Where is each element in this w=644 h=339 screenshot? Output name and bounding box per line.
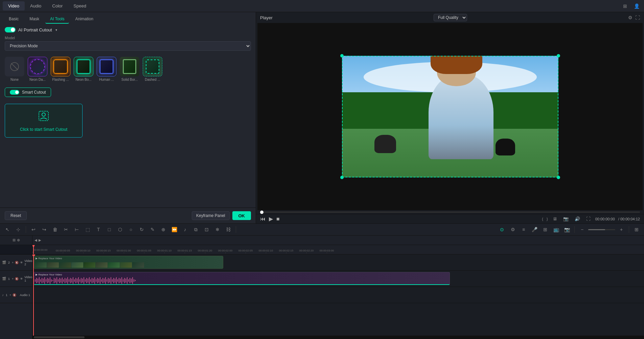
volume-tool[interactable]: ♪ [180, 225, 190, 234]
h-scrollbar-thumb[interactable] [34, 336, 85, 338]
split-tool[interactable]: ⊢ [72, 225, 82, 234]
copy-tool[interactable]: ⧉ [191, 225, 201, 234]
add-track-icon[interactable]: ⊞ [13, 238, 16, 242]
tab-color[interactable]: Color [47, 1, 68, 10]
text-tool[interactable]: T [94, 225, 103, 234]
track-row-audio1 [32, 287, 644, 303]
video-background [342, 56, 558, 177]
effect-none[interactable]: None [5, 57, 24, 81]
track-settings-icon[interactable]: ⊕ [17, 238, 20, 242]
handle-top-right[interactable] [557, 54, 560, 57]
tab-ai-tools[interactable]: AI Tools [45, 15, 69, 24]
video1-mute-icon[interactable]: 🔇 [15, 277, 19, 281]
camera-icon[interactable]: 📷 [562, 225, 572, 234]
shape-tool[interactable]: ⬡ [115, 225, 125, 234]
track-row-video2: ▶ Replace Your Video [32, 255, 644, 271]
cut-tool[interactable]: ✂ [61, 225, 71, 234]
svg-rect-69 [123, 279, 123, 282]
box-tool[interactable]: □ [105, 225, 114, 234]
delete-tool[interactable]: 🗑 [50, 225, 60, 234]
handle-top-left[interactable] [340, 54, 344, 57]
video2-mute-icon[interactable]: 🔇 [15, 261, 19, 264]
tab-speed[interactable]: Speed [68, 1, 92, 10]
effect-neon-border[interactable]: Neon Bo... [74, 57, 93, 81]
layers-icon[interactable]: ≡ [519, 225, 528, 234]
clip-video2[interactable]: ▶ Replace Your Video [34, 256, 223, 269]
screen-record-icon[interactable]: 📺 [551, 225, 561, 234]
audio1-add-icon[interactable]: + [9, 293, 11, 297]
svg-rect-42 [86, 278, 87, 283]
keyframe-right-icon[interactable]: } [547, 217, 548, 221]
tab-audio[interactable]: Audio [25, 1, 47, 10]
settings-icon[interactable]: ⚙ [508, 225, 518, 234]
pen-tool[interactable]: ✎ [148, 225, 157, 234]
fullscreen-player-icon[interactable]: ⛶ [586, 216, 591, 221]
tick-9: 00:00:02:00 [218, 249, 232, 252]
cursor-tool[interactable]: ↖ [3, 225, 12, 234]
play-button[interactable]: ▶ [269, 216, 273, 222]
rotate-tool[interactable]: ↻ [137, 225, 146, 234]
player-expand-icon[interactable]: ⛶ [635, 15, 640, 20]
top-tabs-bar: Video Audio Color Speed ⊞ 👤 [0, 0, 644, 12]
grid-icon[interactable]: ⊞ [632, 225, 641, 234]
track-toggle-icon[interactable]: ⊙ [497, 225, 507, 234]
select-tool[interactable]: ⊹ [14, 225, 23, 234]
tab-mask[interactable]: Mask [25, 15, 44, 24]
prev-frame-button[interactable]: ⏮ [260, 216, 266, 222]
smart-cutout-toggle-btn[interactable]: Smart Cutout [5, 88, 51, 97]
monitor-icon[interactable]: 🖥 [553, 216, 557, 221]
redo-tool[interactable]: ↪ [40, 225, 49, 234]
undo-tool[interactable]: ↩ [29, 225, 38, 234]
h-scrollbar[interactable] [32, 336, 644, 339]
reset-button[interactable]: Reset [5, 211, 27, 220]
keyframe-panel-button[interactable]: Keyframe Panel [192, 211, 229, 220]
timeline-icon-1[interactable]: ◀ [34, 238, 37, 242]
account-icon[interactable]: 👤 [632, 1, 641, 11]
ok-button[interactable]: OK [232, 211, 251, 220]
mic-icon[interactable]: 🎤 [530, 225, 539, 234]
stop-button[interactable]: ■ [276, 216, 280, 222]
svg-rect-78 [135, 280, 136, 281]
effect-neon-dash[interactable]: Neon Da... [28, 57, 47, 81]
zoom-slider[interactable] [588, 229, 615, 230]
effect-human[interactable]: Human ... [97, 57, 116, 81]
ai-portrait-toggle[interactable] [5, 27, 16, 32]
volume-icon[interactable]: 🔊 [575, 216, 580, 221]
effect-dashed[interactable]: Dashed ... [143, 57, 162, 81]
tab-basic[interactable]: Basic [4, 15, 23, 24]
time-slider[interactable] [260, 212, 640, 213]
tab-animation[interactable]: Animation [70, 15, 98, 24]
svg-rect-56 [105, 277, 106, 284]
freeze-tool[interactable]: ❄ [213, 225, 222, 234]
quality-select[interactable]: Full Quality [434, 14, 467, 21]
keyframe-left-icon[interactable]: { [542, 217, 543, 221]
link-tool[interactable]: ⛓ [224, 225, 233, 234]
paste-tool[interactable]: ⊡ [202, 225, 211, 234]
effect-solid-border[interactable]: Solid Bor... [120, 57, 139, 81]
tick-3: 00:00:00:15 [96, 249, 111, 252]
video1-add-icon[interactable]: + [12, 277, 14, 281]
model-select[interactable]: Precision Mode [5, 41, 251, 51]
fullscreen-icon[interactable]: ⊞ [620, 1, 630, 11]
speed-tool[interactable]: ⏩ [169, 225, 179, 234]
video2-visible-icon[interactable]: 👁 [20, 261, 23, 264]
ai-portrait-dropdown-icon[interactable]: ▾ [55, 28, 57, 32]
import-icon[interactable]: ⊞ [540, 225, 550, 234]
zoom-out-icon[interactable]: − [577, 225, 587, 234]
tab-video[interactable]: Video [3, 1, 25, 10]
crop-tool[interactable]: ⬚ [83, 225, 92, 234]
effect-flashing[interactable]: Flashing ... [51, 57, 70, 81]
circle-tool[interactable]: ○ [126, 225, 136, 234]
start-smart-cutout-area[interactable]: Click to start Smart Cutout [5, 104, 83, 138]
handle-bottom-right[interactable] [557, 176, 560, 179]
player-settings-icon[interactable]: ⚙ [628, 15, 632, 20]
screenshot-icon[interactable]: 📷 [563, 216, 569, 221]
zoom-in-icon[interactable]: + [617, 225, 626, 234]
audio1-mute-icon[interactable]: 🔇 [13, 293, 16, 297]
video1-visible-icon[interactable]: 👁 [20, 277, 23, 281]
timeline-icon-2[interactable]: ▶ [39, 238, 41, 242]
zoom-tool[interactable]: ⊕ [159, 225, 168, 234]
handle-bottom-left[interactable] [340, 176, 344, 179]
clip-video1[interactable]: ▶ Replace Your Video [34, 272, 450, 285]
video2-add-icon[interactable]: + [12, 261, 14, 264]
